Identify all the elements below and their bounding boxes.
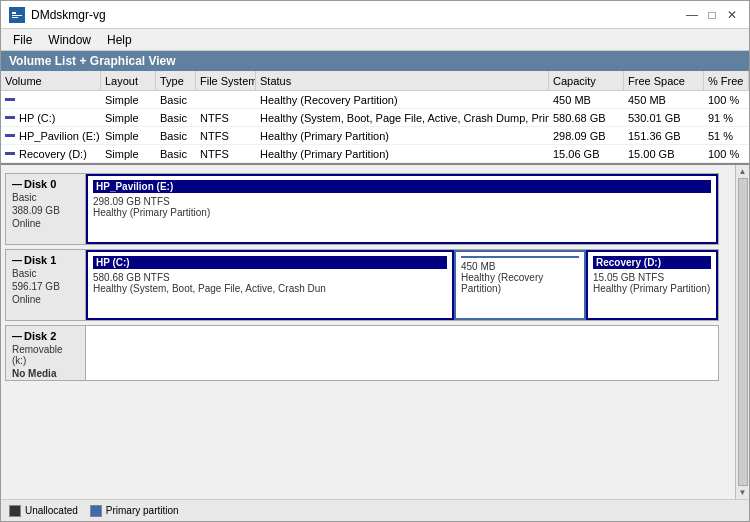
disk-2-type: Removable (k:) (12, 344, 79, 366)
disk-0-partitions: HP_Pavilion (E:) 298.09 GB NTFS Healthy … (86, 174, 718, 244)
td-status: Healthy (Primary Partition) (256, 145, 549, 162)
disk-1-partition-2[interactable]: Recovery (D:) 15.05 GB NTFS Healthy (Pri… (586, 250, 718, 320)
minimize-button[interactable]: — (683, 6, 701, 24)
td-pctfree: 51 % (704, 127, 749, 144)
title-bar: DMdskmgr-vg — □ ✕ (1, 1, 749, 29)
menu-window[interactable]: Window (40, 31, 99, 49)
col-header-fs: File System (196, 71, 256, 90)
legend-unalloc-icon (9, 505, 21, 517)
partition-status-2: Healthy (Primary Partition) (593, 283, 711, 294)
td-layout: Simple (101, 127, 156, 144)
disk-0-partition-0[interactable]: HP_Pavilion (E:) 298.09 GB NTFS Healthy … (86, 174, 718, 244)
disk-0-status: Online (12, 218, 79, 229)
partition-size-2: 15.05 GB NTFS (593, 272, 711, 283)
partition-header-2: Recovery (D:) (593, 256, 711, 269)
menu-bar: File Window Help (1, 29, 749, 51)
td-volume (1, 91, 101, 108)
disk-1-status: Online (12, 294, 79, 305)
partition-status-1: Healthy (Recovery Partition) (461, 272, 579, 294)
td-status: Healthy (Recovery Partition) (256, 91, 549, 108)
col-header-freespace: Free Space (624, 71, 704, 90)
td-layout: Simple (101, 145, 156, 162)
disk-1-partition-0[interactable]: HP (C:) 580.68 GB NTFS Healthy (System, … (86, 250, 454, 320)
col-header-type: Type (156, 71, 196, 90)
partition-status: Healthy (Primary Partition) (93, 207, 711, 218)
disk-1-row: —Disk 1 Basic 596.17 GB Online HP (C:) 5… (5, 249, 719, 321)
td-freespace: 530.01 GB (624, 109, 704, 126)
close-button[interactable]: ✕ (723, 6, 741, 24)
vol-icon (5, 98, 15, 101)
view-label: Volume List + Graphical View (1, 51, 749, 71)
td-fs: NTFS (196, 145, 256, 162)
td-capacity: 450 MB (549, 91, 624, 108)
col-header-pctfree: % Free (704, 71, 749, 90)
td-capacity: 298.09 GB (549, 127, 624, 144)
table-row[interactable]: HP (C:) Simple Basic NTFS Healthy (Syste… (1, 109, 749, 127)
td-capacity: 15.06 GB (549, 145, 624, 162)
volume-table: Volume Layout Type File System Status Ca… (1, 71, 749, 165)
td-status: Healthy (Primary Partition) (256, 127, 549, 144)
td-fs (196, 91, 256, 108)
title-bar-left: DMdskmgr-vg (9, 7, 106, 23)
window-title: DMdskmgr-vg (31, 8, 106, 22)
disk-2-container: —Disk 2 Removable (k:) No Media (5, 325, 719, 381)
svg-rect-1 (12, 12, 16, 14)
disk-0-type: Basic (12, 192, 79, 203)
menu-help[interactable]: Help (99, 31, 140, 49)
svg-rect-2 (12, 15, 22, 16)
disk-1-type: Basic (12, 268, 79, 279)
menu-file[interactable]: File (5, 31, 40, 49)
table-row[interactable]: Recovery (D:) Simple Basic NTFS Healthy … (1, 145, 749, 163)
disk-0-label: —Disk 0 Basic 388.09 GB Online (6, 174, 86, 244)
td-pctfree: 91 % (704, 109, 749, 126)
scroll-down-button[interactable]: ▼ (739, 488, 747, 497)
disk-1-label: —Disk 1 Basic 596.17 GB Online (6, 250, 86, 320)
partition-size: 298.09 GB NTFS (93, 196, 711, 207)
scrollbar[interactable]: ▲ ▼ (735, 165, 749, 499)
disk-1-partitions: HP (C:) 580.68 GB NTFS Healthy (System, … (86, 250, 718, 320)
disk-2-label: —Disk 2 Removable (k:) No Media (6, 326, 86, 380)
col-header-status: Status (256, 71, 549, 90)
title-controls: — □ ✕ (683, 6, 741, 24)
svg-rect-3 (12, 17, 18, 18)
td-fs: NTFS (196, 127, 256, 144)
td-fs: NTFS (196, 109, 256, 126)
td-status: Healthy (System, Boot, Page File, Active… (256, 109, 549, 126)
maximize-button[interactable]: □ (703, 6, 721, 24)
td-volume: HP_Pavilion (E:) (1, 127, 101, 144)
disk-0-row: —Disk 0 Basic 388.09 GB Online HP_Pavili… (5, 173, 719, 245)
disk-0-size: 388.09 GB (12, 205, 79, 216)
td-freespace: 15.00 GB (624, 145, 704, 162)
legend-unallocated: Unallocated (9, 505, 78, 517)
td-pctfree: 100 % (704, 91, 749, 108)
table-row[interactable]: Simple Basic Healthy (Recovery Partition… (1, 91, 749, 109)
partition-size-0: 580.68 GB NTFS (93, 272, 447, 283)
td-type: Basic (156, 127, 196, 144)
td-layout: Simple (101, 91, 156, 108)
vol-icon (5, 116, 15, 119)
scroll-thumb[interactable] (738, 178, 748, 486)
col-header-volume: Volume (1, 71, 101, 90)
col-header-capacity: Capacity (549, 71, 624, 90)
td-freespace: 151.36 GB (624, 127, 704, 144)
disk-2-row: —Disk 2 Removable (k:) No Media (5, 325, 719, 381)
td-volume: HP (C:) (1, 109, 101, 126)
disk-2-partitions (86, 326, 718, 380)
partition-header: HP_Pavilion (E:) (93, 180, 711, 193)
legend-primary-icon (90, 505, 102, 517)
graphical-view: —Disk 0 Basic 388.09 GB Online HP_Pavili… (1, 165, 735, 499)
vol-icon (5, 152, 15, 155)
graphical-area: —Disk 0 Basic 388.09 GB Online HP_Pavili… (1, 165, 749, 499)
scroll-up-button[interactable]: ▲ (739, 167, 747, 176)
disk-1-partition-1[interactable]: 450 MB Healthy (Recovery Partition) (454, 250, 586, 320)
td-freespace: 450 MB (624, 91, 704, 108)
disk-1-name: —Disk 1 (12, 254, 79, 266)
partition-size-1: 450 MB (461, 261, 579, 272)
legend-primary-label: Primary partition (106, 505, 179, 516)
td-type: Basic (156, 91, 196, 108)
disk-0-name: —Disk 0 (12, 178, 79, 190)
td-type: Basic (156, 145, 196, 162)
partition-header-0: HP (C:) (93, 256, 447, 269)
table-row[interactable]: HP_Pavilion (E:) Simple Basic NTFS Healt… (1, 127, 749, 145)
disk-0-container: —Disk 0 Basic 388.09 GB Online HP_Pavili… (5, 173, 719, 245)
